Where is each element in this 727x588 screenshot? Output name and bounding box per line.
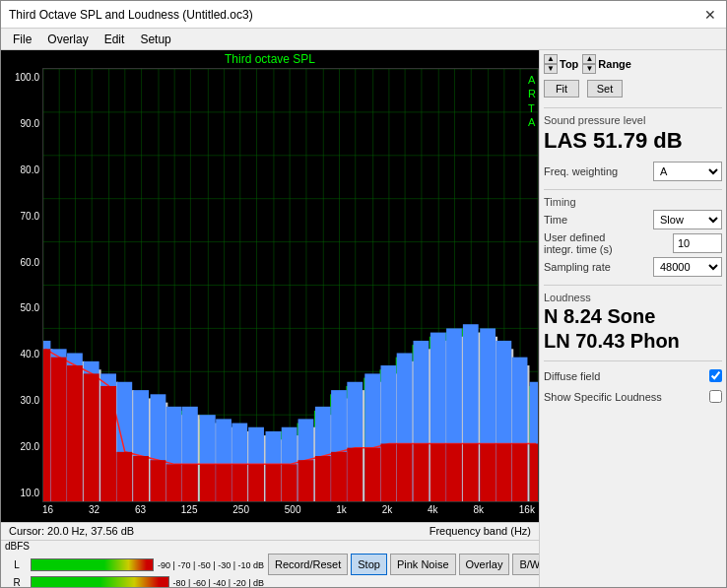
range-up-button[interactable]: ▲ [582,54,596,64]
x-label-2: 63 [135,504,146,520]
show-specific-label: Show Specific Loudness [544,391,662,403]
diffuse-field-label: Diffuse field [544,370,600,382]
overlay-button[interactable]: Overlay [459,554,510,575]
x-label-0: 16 [42,504,53,520]
set-button[interactable]: Set [587,80,623,98]
range-control-group: ▲ ▼ Range [582,54,631,74]
close-button[interactable]: ✕ [702,7,718,23]
n-value: N 8.24 Sone [544,305,722,328]
bottom-bar: dBFS L -90 | -70 | -50 | -30 | -10 dB R … [1,540,539,587]
sampling-rate-label: Sampling rate [544,261,611,273]
x-label-9: 8k [473,504,484,520]
dbfs-row-R: R -80 | -60 | -40 | -20 | dB [5,575,264,588]
diffuse-field-checkbox[interactable] [709,369,722,382]
timing-section: Timing Time SlowFastImpulse User defined… [544,196,722,279]
chart-area: Third octave SPL 100.0 90.0 80.0 70.0 60… [1,50,539,587]
top-spinners: ▲ ▼ [544,54,558,74]
sampling-rate-row: Sampling rate 441004800096000 [544,257,722,277]
x-label-10: 16k [519,504,535,520]
menu-setup[interactable]: Setup [132,31,178,48]
top-up-button[interactable]: ▲ [544,54,558,64]
x-label-7: 2k [382,504,393,520]
loudness-label: Loudness [544,292,722,303]
show-specific-row: Show Specific Loudness [544,390,722,403]
pink-noise-button[interactable]: Pink Noise [390,554,456,575]
main-content: Third octave SPL 100.0 90.0 80.0 70.0 60… [1,50,726,587]
x-label-1: 32 [89,504,99,520]
divider-1 [544,107,722,108]
y-label-7: 30.0 [21,395,42,406]
y-label-8: 20.0 [21,441,42,452]
action-buttons: Record/Reset Stop Pink Noise Overlay B/W… [268,554,539,575]
L-label: L [5,559,29,570]
freq-weighting-select[interactable]: ABCZ [653,162,722,181]
right-panel: ▲ ▼ Top ▲ ▼ Range Fit Set [539,50,726,587]
bw-button[interactable]: B/W [512,554,539,575]
y-axis: 100.0 90.0 80.0 70.0 60.0 50.0 40.0 30.0… [1,68,42,502]
x-label-6: 1k [336,504,347,520]
menu-edit[interactable]: Edit [97,31,133,48]
menu-overlay[interactable]: Overlay [39,31,96,48]
y-label-9: 10.0 [21,488,42,498]
top-label: Top [560,58,578,70]
time-row: Time SlowFastImpulse [544,210,722,229]
spl-value: LAS 51.79 dB [544,128,722,154]
time-label: Time [544,214,567,226]
top-down-button[interactable]: ▼ [544,64,558,74]
record-reset-button[interactable]: Record/Reset [268,554,348,575]
sampling-rate-select[interactable]: 441004800096000 [653,257,722,277]
diffuse-field-row: Diffuse field [544,369,722,382]
spl-section: Sound pressure level LAS 51.79 dB [544,114,722,156]
show-specific-checkbox[interactable] [709,390,722,403]
dbfs-row-L: L -90 | -70 | -50 | -30 | -10 dB [5,557,264,573]
chart-title: Third octave SPL [1,50,539,68]
title-bar: Third Octave SPL and Loudness (Untitled.… [1,1,726,29]
window-title: Third Octave SPL and Loudness (Untitled.… [9,8,253,22]
chart-wrapper: 100.0 90.0 80.0 70.0 60.0 50.0 40.0 30.0… [1,68,539,502]
chart-canvas [43,69,538,501]
range-spinners: ▲ ▼ [582,54,596,74]
loudness-section: Loudness N 8.24 Sone LN 70.43 Phon [544,292,722,355]
user-defined-input[interactable] [673,233,722,253]
dbfs-title: dBFS [5,541,29,552]
top-control-group: ▲ ▼ Top [544,54,578,74]
main-window: Third Octave SPL and Loudness (Untitled.… [0,0,727,588]
stop-button[interactable]: Stop [351,554,387,575]
range-down-button[interactable]: ▼ [582,64,596,74]
top-range-controls: ▲ ▼ Top ▲ ▼ Range [544,54,722,74]
time-select[interactable]: SlowFastImpulse [653,210,722,229]
R-meter [31,576,169,587]
x-label-3: 125 [181,504,198,520]
R-ticks: -80 | -60 | -40 | -20 | dB [173,578,264,588]
chart-plot: ARTA [42,68,539,502]
menu-bar: File Overlay Edit Setup [1,29,726,50]
freq-band-label: Frequency band (Hz) [430,525,531,538]
y-label-0: 100.0 [15,72,42,83]
range-label: Range [598,58,631,70]
freq-weighting-row: Freq. weighting ABCZ [544,162,722,181]
divider-2 [544,189,722,190]
cursor-info: Cursor: 20.0 Hz, 37.56 dB [9,525,134,538]
y-label-5: 50.0 [21,302,42,313]
y-label-2: 80.0 [21,164,42,175]
R-label: R [5,577,29,587]
x-label-8: 4k [428,504,438,520]
user-defined-label: User definedintegr. time (s) [544,231,613,255]
y-label-3: 70.0 [21,211,42,222]
user-defined-row: User definedintegr. time (s) [544,231,722,255]
L-meter [31,558,154,571]
x-axis: 16 32 63 125 250 500 1k 2k 4k 8k 16k [1,502,539,522]
fit-button[interactable]: Fit [544,80,579,98]
divider-3 [544,285,722,286]
timing-label: Timing [544,196,722,208]
ln-value: LN 70.43 Phon [544,330,722,353]
divider-4 [544,360,722,361]
spl-label: Sound pressure level [544,114,722,126]
y-label-1: 90.0 [21,118,42,129]
L-ticks: -90 | -70 | -50 | -30 | -10 dB [158,560,264,570]
x-label-5: 500 [285,504,301,520]
arta-label: ARTA [528,73,536,129]
menu-file[interactable]: File [5,31,39,48]
x-label-4: 250 [232,504,249,520]
freq-weighting-label: Freq. weighting [544,165,618,177]
